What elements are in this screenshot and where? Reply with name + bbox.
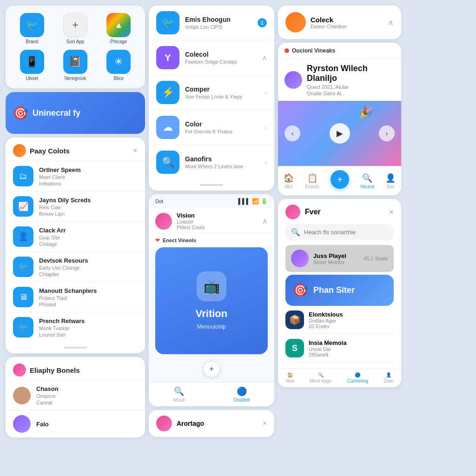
list-item-2-title: Jayns Dily Screds xyxy=(39,197,138,204)
app-list-card: 🐦 Emis Ehoogun Vnlgls Lon ClPS 1 Y Colec… xyxy=(149,6,274,191)
app-list-item-1[interactable]: 🐦 Emis Ehoogun Vnlgls Lon ClPS 1 xyxy=(149,6,274,40)
list-icon-5: 🖥 xyxy=(13,287,33,307)
profile-filter-icon: 👤 xyxy=(386,372,391,377)
banner-title: Uninecral fy xyxy=(33,108,80,118)
chevron-icon-5: › xyxy=(264,159,267,166)
banner-icon: 🎯 xyxy=(13,106,28,120)
list-icon-4: 🐦 xyxy=(13,257,33,277)
contact-avatar xyxy=(13,364,26,377)
app-ubot[interactable]: 📱 Uboet xyxy=(13,50,51,81)
twitter-icon: 🐦 xyxy=(20,13,44,37)
app-list-icon-4: ☁ xyxy=(156,116,179,139)
bottom-card: Arortago × xyxy=(149,410,274,437)
heart-icon: ❤ xyxy=(155,237,160,244)
media-user-section: Ryrston Wilech Dlaniljo Quecl 2021, Aiul… xyxy=(278,59,401,101)
tab-moue[interactable]: 🔍 Moue xyxy=(173,386,185,403)
app-add-label: Sort App xyxy=(66,39,84,44)
media-player: 🎉 ‹ ▶ › xyxy=(278,101,401,166)
nav-mot[interactable]: 🏠 Mot xyxy=(284,173,294,189)
media-notification: Oucioni Vineaks xyxy=(278,43,401,59)
app-list-item-3[interactable]: ⚡ Comper Soe Fenso Lnnie & Ywpy › xyxy=(149,75,274,110)
app-row-2[interactable]: S Insia Memola Uncle Dai 285anelt xyxy=(285,334,394,363)
contact-card: Eliaphy Bonels Chason Ompicre Cannal Fal… xyxy=(6,357,145,437)
player-prev-button[interactable]: ‹ xyxy=(284,126,300,141)
player-play-button[interactable]: ▶ xyxy=(330,123,350,144)
app-list-item-2[interactable]: Y Colecol Feeliorn Sntge Centips ∧ xyxy=(149,40,274,75)
list-header-title: Paay Colots xyxy=(13,144,70,157)
profile-nav-icon: 👤 xyxy=(385,173,396,183)
list-nav-icon: 📋 xyxy=(307,173,317,183)
search-nav-icon: 🔍 xyxy=(362,173,372,183)
list-item-1[interactable]: 🗂 Ortlner Speem Moet Client Infeations xyxy=(6,161,145,191)
pinwheel-icon: ✳ xyxy=(106,50,131,74)
filter-card: Fver × 🔍 Juss Playel Seser Mebllcr 45.1 … xyxy=(278,199,401,387)
app-list-item-4[interactable]: ☁ Color Fnl Orecnis 8 Yhalos › xyxy=(149,110,274,145)
list-close-button[interactable]: × xyxy=(132,146,138,156)
nav-noa[interactable]: 🏠 Noa xyxy=(286,372,294,383)
filter-bottom-nav: 🏠 Noa 🔍 Meel hage 🔵 Conmning 👤 Dale xyxy=(278,368,401,387)
phone-user-row[interactable]: Vision Loaster Pillect Cools ∧ xyxy=(149,208,274,233)
battery-icon: 🔋 xyxy=(261,198,268,205)
app-drive-label: Phicage xyxy=(110,39,127,44)
app-list-icon-1: 🐦 xyxy=(156,11,179,34)
chevron-up-icon-2: ∧ xyxy=(262,54,267,61)
highlighted-user-row[interactable]: Juss Playel Seser Mebllcr 45.1 Seate xyxy=(285,245,394,272)
contact-item-2[interactable]: Falo xyxy=(6,410,145,437)
app-notebook-label: Neregrook xyxy=(65,76,86,81)
nav-conmning[interactable]: 🔵 Conmning xyxy=(347,372,369,383)
fab-plus-button[interactable]: + xyxy=(331,170,349,189)
profile-avatar xyxy=(285,12,306,33)
app-notebook[interactable]: 📓 Neregrook xyxy=(56,50,94,81)
promo-icon: 🎯 xyxy=(293,283,308,298)
nav-enouls[interactable]: 📋 Enouls xyxy=(305,173,319,189)
list-item-6[interactable]: 🐦 Prench Retwars Monk Tuickte Loured San xyxy=(6,312,145,342)
ubot-icon: 📱 xyxy=(20,50,44,74)
list-item-3[interactable]: 👤 Clack Arr Giup Slte Chdage xyxy=(6,221,145,251)
nav-sao[interactable]: 👤 Sao xyxy=(385,173,396,189)
app-add[interactable]: + Sort App xyxy=(56,13,94,44)
banner-card: 🎯 Uninecral fy xyxy=(6,92,145,134)
list-card: Paay Colots × 🗂 Ortlner Speem Moet Clien… xyxy=(6,138,145,353)
phone-status-bar: Dot ▌▌▌ 📶 🔋 xyxy=(149,194,274,208)
chason-avatar xyxy=(13,387,31,404)
fab-button[interactable]: + xyxy=(203,361,220,377)
media-avatar xyxy=(284,71,302,89)
list-icon-2: 📈 xyxy=(13,196,33,217)
active-tab-icon: 🔵 xyxy=(237,386,247,397)
app-row-1[interactable]: 📦 Elonktslous Dnillao Ager 20 Ender xyxy=(285,306,394,334)
list-header: Paay Colots × xyxy=(6,138,145,161)
app-drive[interactable]: ▲ Phicage xyxy=(100,13,138,44)
phone-bottom-bar: 🔍 Moue 🔵 Onafteit xyxy=(149,382,274,406)
notebook-icon: 📓 xyxy=(63,50,87,74)
home-filter-icon: 🏠 xyxy=(287,372,293,377)
signal-icon: ▌▌▌ xyxy=(238,198,250,205)
filter-search-input[interactable] xyxy=(304,229,388,236)
list-item-4[interactable]: 🐦 Devlsok Resours Early Uss Cliange Chla… xyxy=(6,251,145,282)
chevron-icon-3: › xyxy=(264,89,267,96)
tab-onafteit[interactable]: 🔵 Onafteit xyxy=(233,386,250,403)
filter-search-icon: 🔍 xyxy=(291,228,300,237)
filter-close-button[interactable]: × xyxy=(389,207,394,217)
app-grid-card: 🐦 Brand + Sort App ▲ Phicage 📱 Uboet 📓 N… xyxy=(6,6,145,88)
list-item-2[interactable]: 📈 Jayns Dily Screds Reis Cias Broow Lipn xyxy=(6,191,145,221)
app-twitter[interactable]: 🐦 Brand xyxy=(13,13,51,44)
bottom-card-close-button[interactable]: × xyxy=(263,419,267,428)
nav-dale[interactable]: 👤 Dale xyxy=(384,372,394,383)
list-item-5[interactable]: 🖥 Manoutt Schanplers Prdacs Tlast Phlole… xyxy=(6,282,145,312)
app-list-item-5[interactable]: 🔍 Ganofirs Moot Whers 2 Liners lane › xyxy=(149,145,274,179)
active-filter-icon: 🔵 xyxy=(355,372,360,377)
phone-card: Dot ▌▌▌ 📶 🔋 Vision Loaster Pillect Cools… xyxy=(149,194,274,406)
contact-item-1[interactable]: Chason Ompicre Cannal xyxy=(6,380,145,410)
filter-avatar xyxy=(285,205,300,219)
app-list-icon-3: ⚡ xyxy=(156,81,179,104)
nav-meelhage[interactable]: 🔍 Meel hage xyxy=(310,372,332,383)
player-next-button[interactable]: › xyxy=(379,126,395,141)
app-list-icon-2: Y xyxy=(156,46,179,69)
drive-icon: ▲ xyxy=(106,13,131,37)
search-tab-icon: 🔍 xyxy=(174,386,184,397)
nav-heund[interactable]: 🔍 Heund xyxy=(360,173,374,189)
list-header-avatar xyxy=(13,144,26,157)
app-pinwheel-label: Blice xyxy=(113,76,124,81)
app-pinwheel[interactable]: ✳ Blice xyxy=(100,50,138,81)
filter-search[interactable]: 🔍 xyxy=(285,224,394,240)
